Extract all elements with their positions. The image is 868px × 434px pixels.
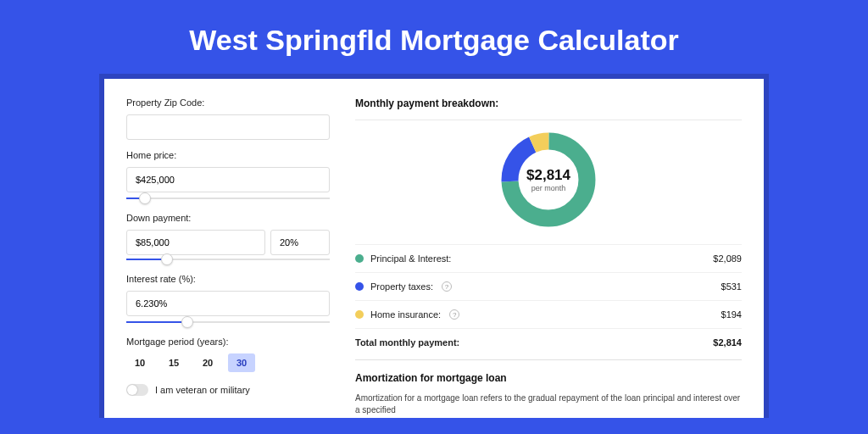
legend-value-insurance: $194 xyxy=(721,309,742,320)
legend-row-insurance: Home insurance: ? $194 xyxy=(355,300,742,328)
toggle-knob-icon xyxy=(127,385,137,395)
legend-label-insurance: Home insurance: xyxy=(370,309,441,320)
home-price-slider-thumb[interactable] xyxy=(139,192,151,204)
zip-input[interactable] xyxy=(126,114,330,140)
amortization-title: Amortization for mortgage loan xyxy=(355,359,742,384)
donut-center: $2,814 per month xyxy=(498,129,599,231)
info-icon[interactable]: ? xyxy=(449,309,459,320)
donut-amount: $2,814 xyxy=(526,167,570,184)
breakdown-column: Monthly payment breakdown: $2,814 per mo… xyxy=(355,97,742,399)
down-payment-slider-thumb[interactable] xyxy=(161,253,173,265)
interest-rate-slider-fill xyxy=(126,321,187,323)
home-price-slider[interactable] xyxy=(126,194,330,204)
input-column: Property Zip Code: Home price: Down paym… xyxy=(126,97,330,399)
dot-icon xyxy=(355,282,364,291)
dot-icon xyxy=(355,254,364,263)
down-payment-slider[interactable] xyxy=(126,255,330,265)
calculator-panel: Property Zip Code: Home price: Down paym… xyxy=(104,79,764,418)
interest-rate-slider[interactable] xyxy=(126,318,330,328)
donut-sub: per month xyxy=(531,184,566,192)
donut-chart: $2,814 per month xyxy=(498,129,599,231)
panel-shadow: Property Zip Code: Home price: Down paym… xyxy=(99,74,769,418)
home-price-input[interactable] xyxy=(126,167,330,192)
veteran-toggle-label: I am veteran or military xyxy=(155,385,250,395)
down-payment-label: Down payment: xyxy=(126,213,330,223)
interest-rate-label: Interest rate (%): xyxy=(126,274,330,284)
period-option-15[interactable]: 15 xyxy=(160,353,187,372)
period-option-30[interactable]: 30 xyxy=(228,353,255,372)
dot-icon xyxy=(355,310,364,319)
zip-label: Property Zip Code: xyxy=(126,97,330,108)
legend-row-taxes: Property taxes: ? $531 xyxy=(355,272,742,300)
legend-label-principal: Principal & Interest: xyxy=(370,253,451,264)
interest-rate-input[interactable] xyxy=(126,291,330,316)
legend-label-taxes: Property taxes: xyxy=(370,281,433,292)
down-payment-pct-input[interactable] xyxy=(270,230,330,255)
period-options: 10 15 20 30 xyxy=(126,353,330,372)
veteran-toggle-row: I am veteran or military xyxy=(126,384,330,396)
legend-total-label: Total monthly payment: xyxy=(355,337,459,348)
page-title: West Springfld Mortgage Calculator xyxy=(0,0,868,74)
legend-row-principal: Principal & Interest: $2,089 xyxy=(355,244,742,272)
legend-total-value: $2,814 xyxy=(713,337,742,348)
period-label: Mortgage period (years): xyxy=(126,337,330,347)
interest-rate-slider-thumb[interactable] xyxy=(181,316,193,328)
home-price-label: Home price: xyxy=(126,150,330,160)
veteran-toggle[interactable] xyxy=(126,384,148,396)
down-payment-input[interactable] xyxy=(126,230,265,255)
legend-value-taxes: $531 xyxy=(721,281,742,292)
legend-row-total: Total monthly payment: $2,814 xyxy=(355,328,742,356)
amortization-body: Amortization for a mortgage loan refers … xyxy=(355,392,742,416)
info-icon[interactable]: ? xyxy=(442,281,452,292)
breakdown-title: Monthly payment breakdown: xyxy=(355,97,742,120)
period-option-10[interactable]: 10 xyxy=(126,353,153,372)
donut-wrap: $2,814 per month xyxy=(355,129,742,231)
period-option-20[interactable]: 20 xyxy=(194,353,221,372)
legend-value-principal: $2,089 xyxy=(713,253,742,264)
